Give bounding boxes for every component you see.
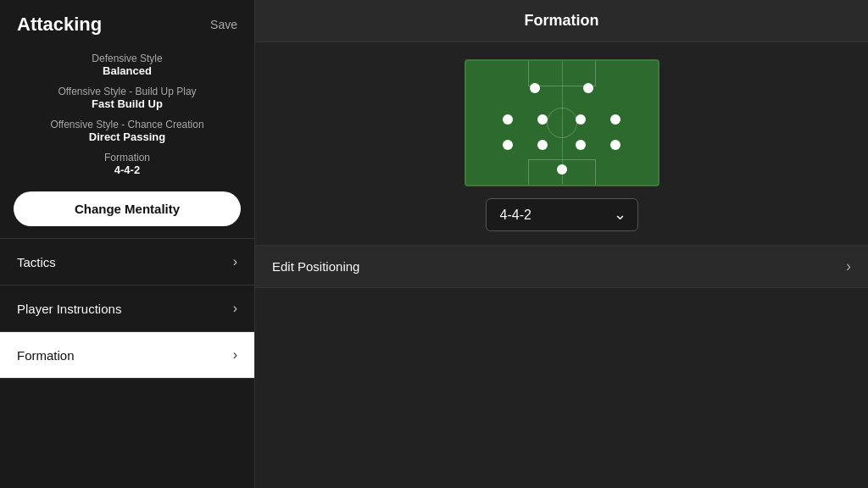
offensive-buildup-label: Offensive Style - Build Up Play <box>17 86 237 97</box>
edit-positioning-chevron-icon: › <box>846 258 851 275</box>
player-dot-6 <box>537 114 548 125</box>
right-title: Formation <box>525 12 599 29</box>
change-mentality-button[interactable]: Change Mentality <box>14 191 241 226</box>
sidebar-item-tactics[interactable]: Tactics › <box>0 239 254 286</box>
tactics-info: Defensive Style Balanced Offensive Style… <box>0 44 254 188</box>
player-dot-4 <box>610 140 620 150</box>
formation-chevron-icon: › <box>233 347 237 363</box>
sidebar-item-formation[interactable]: Formation › <box>0 332 254 379</box>
formation-nav-label: Formation <box>17 348 75 363</box>
football-pitch <box>465 59 659 186</box>
player-dot-8 <box>610 114 620 125</box>
formation-info-block: Formation 4-4-2 <box>17 152 237 176</box>
right-panel: Formation 4-4-2 4-3-3 3-5-2 4-2-3-1 5-3-… <box>255 0 868 488</box>
formation-select[interactable]: 4-4-2 4-3-3 3-5-2 4-2-3-1 5-3-2 <box>486 198 638 231</box>
save-button[interactable]: Save <box>210 18 237 31</box>
edit-positioning-label: Edit Positioning <box>272 259 359 274</box>
defensive-style-label: Defensive Style <box>17 53 237 64</box>
player-dot-10 <box>583 83 593 93</box>
page-title: Attacking <box>17 14 102 36</box>
offensive-chance-creation-block: Offensive Style - Chance Creation Direct… <box>17 119 237 143</box>
player-dot-9 <box>530 83 540 93</box>
left-header: Attacking Save <box>0 0 254 44</box>
defensive-style-value: Balanced <box>17 64 237 77</box>
right-content-area <box>255 288 868 488</box>
player-dot-0 <box>557 164 567 175</box>
player-dot-3 <box>576 140 586 150</box>
offensive-buildup-block: Offensive Style - Build Up Play Fast Bui… <box>17 86 237 110</box>
formation-info-label: Formation <box>17 152 237 164</box>
offensive-buildup-value: Fast Build Up <box>17 97 237 110</box>
player-dot-2 <box>537 140 548 150</box>
player-instructions-label: Player Instructions <box>17 302 121 316</box>
edit-positioning-row[interactable]: Edit Positioning › <box>255 245 868 288</box>
formation-info-value: 4-4-2 <box>17 164 237 176</box>
pitch-inner <box>466 61 658 185</box>
tactics-chevron-icon: › <box>233 254 237 269</box>
sidebar-item-player-instructions[interactable]: Player Instructions › <box>0 286 254 332</box>
penalty-area-top <box>528 61 596 86</box>
defensive-style-block: Defensive Style Balanced <box>17 53 237 77</box>
player-instructions-chevron-icon: › <box>233 301 237 316</box>
player-dot-7 <box>576 114 586 125</box>
right-header: Formation <box>255 0 868 42</box>
center-circle <box>547 108 577 138</box>
formation-area: 4-4-2 4-3-3 3-5-2 4-2-3-1 5-3-2 <box>255 42 868 245</box>
left-panel: Attacking Save Defensive Style Balanced … <box>0 0 255 488</box>
player-dot-5 <box>503 114 513 125</box>
offensive-chance-creation-value: Direct Passing <box>17 130 237 143</box>
offensive-chance-creation-label: Offensive Style - Chance Creation <box>17 119 237 130</box>
formation-select-wrapper: 4-4-2 4-3-3 3-5-2 4-2-3-1 5-3-2 <box>486 198 638 231</box>
nav-list: Tactics › Player Instructions › Formatio… <box>0 238 254 379</box>
player-dot-1 <box>503 140 513 150</box>
tactics-label: Tactics <box>17 255 56 269</box>
